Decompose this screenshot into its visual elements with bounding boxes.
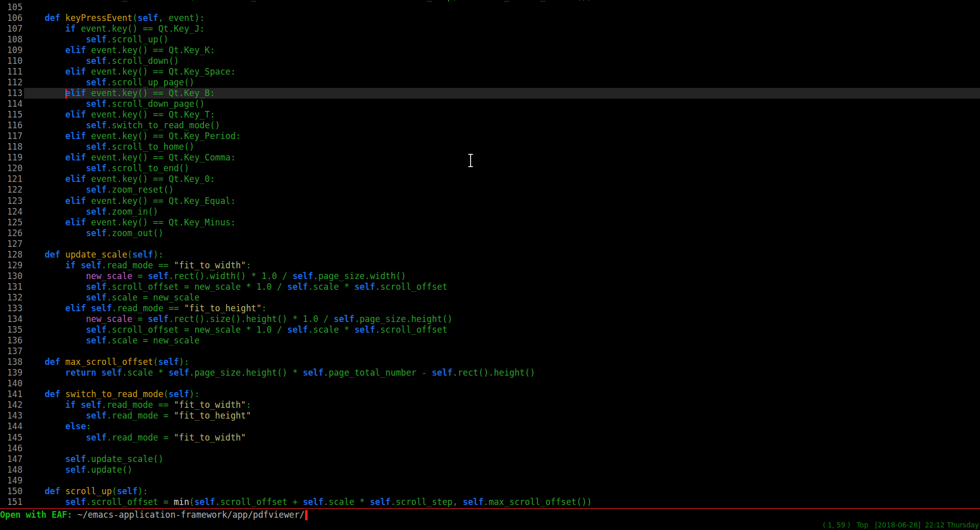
code-text: new_scale = self.rect().size().height() … [24,314,980,325]
code-line[interactable]: 116 self.switch_to_read_mode() [0,120,980,131]
code-line[interactable]: 135 self.scroll_offset = new_scale * 1.0… [0,325,980,335]
code-text: elif event.key() == Qt.Key_Equal: [24,196,980,206]
code-line[interactable]: 140 [0,378,980,389]
code-line[interactable]: 120 self.scroll_to_end() [0,163,980,174]
code-line[interactable]: 139 return self.scale * self.page_size.h… [0,367,980,378]
code-line[interactable]: 124 self.zoom_in() [0,206,980,217]
line-number: 129 [0,260,24,271]
code-line[interactable]: 134 new_scale = self.rect().size().heigh… [0,314,980,325]
code-text: self.scroll_offset = new_scale * 1.0 / s… [24,325,980,335]
code-line[interactable]: 146 [0,443,980,454]
code-line[interactable]: 119 elif event.key() == Qt.Key_Comma: [0,152,980,163]
code-line[interactable]: 127 [0,239,980,249]
line-number: 138 [0,357,24,367]
line-number: 140 [0,378,24,389]
line-number: 137 [0,346,24,357]
code-text: if event.key() == Qt.Key_J: [24,24,980,34]
line-number: 145 [0,432,24,443]
code-text: self.scroll_up() [24,34,980,45]
code-text: new_scale = self.rect().width() * 1.0 / … [24,271,980,282]
line-number: 122 [0,185,24,195]
code-text: self.scroll_down() [24,56,980,66]
code-line[interactable]: 142 if self.read_mode == "fit_to_width": [0,400,980,410]
code-text: self.scale = new_scale [24,335,980,346]
code-text: self.zoom_out() [24,228,980,239]
line-number: 134 [0,314,24,325]
code-line[interactable]: 113 elif event.key() == Qt.Key_B: [0,88,980,99]
code-text: def switch_to_read_mode(self): [24,389,980,400]
code-line[interactable]: 138 def max_scroll_offset(self): [0,357,980,367]
line-number: 148 [0,465,24,475]
code-line[interactable]: 109 elif event.key() == Qt.Key_K: [0,45,980,56]
code-text: elif self.read_mode == "fit_to_height": [24,303,980,314]
code-line[interactable]: 151 self.scroll_offset = min(self.scroll… [0,497,980,508]
code-line[interactable]: 136 self.scale = new_scale [0,335,980,346]
code-line[interactable]: 115 elif event.key() == Qt.Key_T: [0,109,980,120]
code-text: self.update() [24,465,980,475]
line-number: 131 [0,282,24,292]
line-number: 114 [0,99,24,109]
line-number: 125 [0,217,24,228]
minibuffer-prompt: Open with EAF: [0,510,78,520]
code-line[interactable]: 111 elif event.key() == Qt.Key_Space: [0,66,980,77]
code-line[interactable]: 141 def switch_to_read_mode(self): [0,389,980,400]
line-number: 128 [0,249,24,260]
line-number: 116 [0,120,24,131]
code-line[interactable]: 145 self.read_mode = "fit_to_width" [0,432,980,443]
code-line[interactable]: 108 self.scroll_up() [0,34,980,45]
line-number: 108 [0,34,24,45]
code-line[interactable]: 149 [0,475,980,486]
code-line[interactable]: 105 [0,2,980,13]
line-number: 130 [0,271,24,282]
code-line[interactable]: 147 self.update_scale() [0,454,980,465]
line-number: 135 [0,325,24,335]
line-number: 127 [0,239,24,249]
code-line[interactable]: 112 self.scroll_up_page() [0,77,980,88]
code-line[interactable]: 125 elif event.key() == Qt.Key_Minus: [0,217,980,228]
code-line[interactable]: 121 elif event.key() == Qt.Key_0: [0,174,980,185]
code-line[interactable]: 123 elif event.key() == Qt.Key_Equal: [0,196,980,206]
code-text: self.switch_to_read_mode() [24,120,980,131]
code-text: def max_scroll_offset(self): [24,357,980,367]
code-text [24,346,980,357]
code-line[interactable]: 137 [0,346,980,357]
code-line[interactable]: 143 self.read_mode = "fit_to_height" [0,410,980,421]
code-line[interactable]: 130 new_scale = self.rect().width() * 1.… [0,271,980,282]
code-line[interactable]: 150 def scroll_up(self): [0,486,980,497]
code-line[interactable]: 117 elif event.key() == Qt.Key_Period: [0,131,980,142]
code-text: self.scroll_offset = min(self.scroll_off… [24,497,980,508]
line-number: 105 [0,2,24,13]
code-line[interactable]: 148 self.update() [0,465,980,475]
code-text: elif event.key() == Qt.Key_Space: [24,66,980,77]
code-text: self.scroll_to_end() [24,163,980,174]
minibuffer[interactable]: Open with EAF: ~/emacs-application-frame… [0,509,980,520]
minibuffer-text-cursor [305,510,308,520]
code-line[interactable]: 110 self.scroll_down() [0,56,980,66]
minibuffer-input-value[interactable]: ~/emacs-application-framework/app/pdfvie… [78,510,305,520]
code-line[interactable]: 114 self.scroll_down_page() [0,99,980,109]
code-text: elif event.key() == Qt.Key_Period: [24,131,980,142]
code-line[interactable]: 126 self.zoom_out() [0,228,980,239]
line-number: 117 [0,131,24,142]
code-line[interactable]: 106 def keyPressEvent(self, event): [0,13,980,24]
code-line[interactable]: 129 if self.read_mode == "fit_to_width": [0,260,980,271]
code-text: self.update_scale() [24,454,980,465]
line-number: 112 [0,77,24,88]
code-text [24,2,980,13]
code-line[interactable]: 132 self.scale = new_scale [0,292,980,303]
code-line[interactable]: 118 self.scroll_to_home() [0,142,980,152]
code-line[interactable]: 133 elif self.read_mode == "fit_to_heigh… [0,303,980,314]
code-line[interactable]: 128 def update_scale(self): [0,249,980,260]
line-number: 123 [0,196,24,206]
code-line[interactable]: 122 self.zoom_reset() [0,185,980,195]
code-text: else: [24,421,980,432]
code-lines[interactable]: self.scroll_offset = min(self.scroll_off… [0,0,980,508]
line-number: 133 [0,303,24,314]
line-number: 121 [0,174,24,185]
code-line[interactable]: 107 if event.key() == Qt.Key_J: [0,24,980,34]
code-text: elif event.key() == Qt.Key_T: [24,109,980,120]
code-line[interactable]: 131 self.scroll_offset = new_scale * 1.0… [0,282,980,292]
code-line[interactable]: 144 else: [0,421,980,432]
status-info: ( 1, 59 ) Top [2018-06-28] 22:12 Thursda… [823,521,979,529]
code-text: elif event.key() == Qt.Key_Minus: [24,217,980,228]
